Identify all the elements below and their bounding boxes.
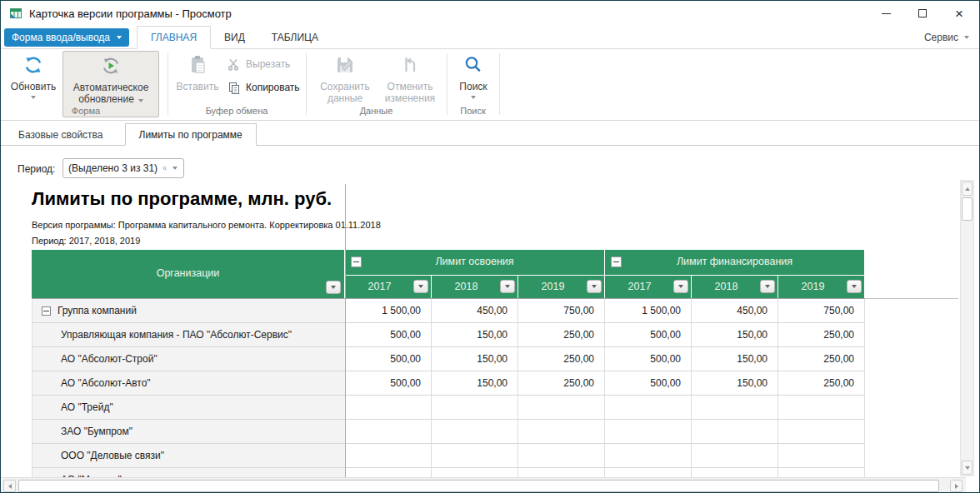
value-cell[interactable] xyxy=(778,396,865,420)
value-cell[interactable] xyxy=(345,420,432,444)
scroll-down-button[interactable] xyxy=(962,461,972,475)
tab-basic-properties[interactable]: Базовые свойства xyxy=(5,123,117,146)
value-cell[interactable]: 500,00 xyxy=(605,323,692,347)
filter-button[interactable] xyxy=(587,280,602,293)
value-cell[interactable] xyxy=(432,444,518,468)
value-cell[interactable]: 450,00 xyxy=(432,299,518,323)
org-cell[interactable]: Группа компаний xyxy=(32,299,345,323)
filter-button[interactable] xyxy=(500,280,515,293)
value-cell[interactable] xyxy=(778,444,865,468)
value-cell[interactable] xyxy=(518,468,605,477)
value-cell[interactable]: 500,00 xyxy=(605,347,692,371)
collapse-icon[interactable] xyxy=(42,306,51,316)
ribbon-tab-view[interactable]: ВИД xyxy=(211,26,258,49)
value-cell[interactable]: 1 500,00 xyxy=(345,299,432,323)
filter-button[interactable] xyxy=(760,280,775,293)
value-cell[interactable]: 1 500,00 xyxy=(605,299,692,323)
vertical-scrollbar-thumb[interactable] xyxy=(962,197,972,221)
value-cell[interactable] xyxy=(605,396,692,420)
value-cell[interactable] xyxy=(692,396,778,420)
horizontal-scrollbar-thumb[interactable] xyxy=(18,480,939,492)
value-cell[interactable]: 500,00 xyxy=(605,371,692,396)
value-cell[interactable]: 150,00 xyxy=(432,347,518,371)
year-label: 2019 xyxy=(518,276,588,298)
ribbon-tab-main[interactable]: ГЛАВНАЯ xyxy=(137,26,211,49)
column-group-header-development[interactable]: Лимит освоения xyxy=(345,250,605,276)
value-cell[interactable] xyxy=(518,420,605,444)
value-cell[interactable]: 250,00 xyxy=(518,323,605,347)
org-cell[interactable]: АО "Абсолют-Строй" xyxy=(32,347,345,371)
value-cell[interactable]: 250,00 xyxy=(518,371,605,396)
filter-button[interactable] xyxy=(326,281,341,294)
value-cell[interactable]: 500,00 xyxy=(345,347,432,371)
value-cell[interactable]: 250,00 xyxy=(518,347,605,371)
value-cell[interactable]: 250,00 xyxy=(778,347,865,371)
org-cell[interactable]: АО "Трейд" xyxy=(32,396,345,420)
filter-button[interactable] xyxy=(413,280,428,293)
service-menu[interactable]: Сервис xyxy=(924,26,969,48)
org-cell[interactable]: АО "Моторы" xyxy=(32,468,345,477)
app-menu-button[interactable]: Форма ввода/вывода xyxy=(4,28,129,47)
value-cell[interactable] xyxy=(692,468,778,477)
copy-button[interactable]: Копировать xyxy=(228,78,300,97)
value-cell[interactable] xyxy=(692,420,778,444)
filter-button[interactable] xyxy=(847,280,862,293)
value-cell[interactable] xyxy=(605,420,692,444)
value-cell[interactable] xyxy=(432,420,518,444)
value-cell[interactable] xyxy=(345,444,432,468)
cut-button[interactable]: Вырезать xyxy=(228,55,290,73)
org-cell[interactable]: ООО "Деловые связи" xyxy=(32,444,345,468)
minimize-button[interactable] xyxy=(868,1,904,26)
org-cell[interactable]: Управляющая компания - ПАО "Абсолют-Серв… xyxy=(32,323,345,347)
value-cell[interactable] xyxy=(605,468,692,477)
org-header-cell[interactable]: Организации xyxy=(32,250,345,298)
year-header-cell[interactable]: 2017 xyxy=(605,276,692,298)
column-group-header-financing[interactable]: Лимит финансирования xyxy=(605,250,865,276)
value-cell[interactable]: 150,00 xyxy=(432,323,518,347)
value-cell[interactable]: 250,00 xyxy=(778,371,865,396)
maximize-button[interactable] xyxy=(904,1,941,26)
value-cell[interactable] xyxy=(605,444,692,468)
value-cell[interactable] xyxy=(518,396,605,420)
year-header-cell[interactable]: 2018 xyxy=(692,276,778,298)
value-cell[interactable]: 250,00 xyxy=(778,323,865,347)
filter-button[interactable] xyxy=(673,280,688,293)
org-cell[interactable]: АО "Абсолют-Авто" xyxy=(32,371,345,396)
tab-program-limits[interactable]: Лимиты по программе xyxy=(125,123,257,146)
value-cell[interactable] xyxy=(432,468,518,477)
value-cell[interactable] xyxy=(518,444,605,468)
period-combobox[interactable]: (Выделено 3 из 31) xyxy=(62,158,184,178)
magnifier-icon[interactable] xyxy=(162,162,168,175)
value-cell[interactable]: 450,00 xyxy=(692,299,778,323)
horizontal-scrollbar[interactable] xyxy=(2,477,966,493)
auto-refresh-icon xyxy=(100,55,122,77)
value-cell[interactable] xyxy=(345,468,432,477)
ribbon-tab-table[interactable]: ТАБЛИЦА xyxy=(258,26,332,49)
value-cell[interactable] xyxy=(432,396,518,420)
value-cell[interactable]: 500,00 xyxy=(345,371,432,396)
value-cell[interactable] xyxy=(778,468,865,477)
data-grid: Организации Лимит освоения Лимит финанси… xyxy=(32,250,865,477)
value-cell[interactable]: 150,00 xyxy=(692,371,778,396)
value-cell[interactable]: 500,00 xyxy=(345,323,432,347)
frozen-pane-divider[interactable] xyxy=(345,184,346,477)
vertical-scrollbar[interactable] xyxy=(960,180,974,476)
scroll-up-button[interactable] xyxy=(962,182,972,196)
year-header-cell[interactable]: 2018 xyxy=(432,276,518,298)
close-button[interactable]: × xyxy=(941,1,978,26)
year-header-cell[interactable]: 2017 xyxy=(345,276,432,298)
value-cell[interactable] xyxy=(345,396,432,420)
value-cell[interactable] xyxy=(778,420,865,444)
chevron-down-icon[interactable] xyxy=(172,167,178,170)
scroll-left-button[interactable] xyxy=(3,480,16,492)
value-cell[interactable]: 150,00 xyxy=(432,371,518,396)
value-cell[interactable]: 150,00 xyxy=(692,323,778,347)
year-header-cell[interactable]: 2019 xyxy=(518,276,605,298)
value-cell[interactable]: 750,00 xyxy=(778,299,865,323)
value-cell[interactable]: 150,00 xyxy=(692,347,778,371)
year-header-cell[interactable]: 2019 xyxy=(778,276,865,298)
scroll-right-button[interactable] xyxy=(950,480,962,492)
org-cell[interactable]: ЗАО "Бумпром" xyxy=(32,420,345,444)
value-cell[interactable]: 750,00 xyxy=(518,299,605,323)
value-cell[interactable] xyxy=(692,444,778,468)
